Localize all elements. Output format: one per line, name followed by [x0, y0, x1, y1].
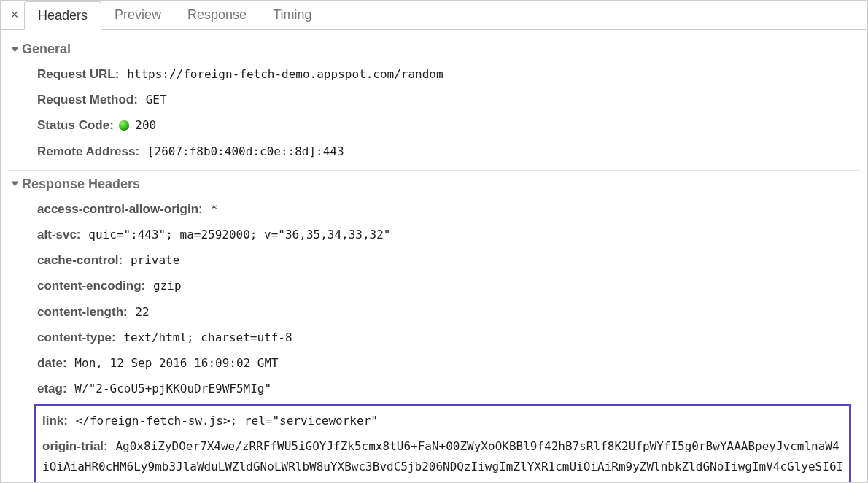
origin-trial-label: origin-trial:: [42, 439, 108, 453]
section-response-headers: Response Headers access-control-allow-or…: [8, 177, 860, 483]
highlighted-headers: link: </foreign-fetch-sw.js>; rel="servi…: [34, 404, 851, 483]
link-value: </foreign-fetch-sw.js>; rel="servicework…: [76, 414, 378, 428]
row-alt-svc: alt-svc: quic=":443"; ma=2592000; v="36,…: [8, 222, 860, 247]
date-value: Mon, 12 Sep 2016 16:09:02 GMT: [74, 356, 278, 370]
row-remote-address: Remote Address: [2607:f8b0:400d:c0e::8d]…: [8, 139, 860, 164]
request-method-value: GET: [146, 93, 167, 107]
tab-headers[interactable]: Headers: [24, 1, 101, 30]
status-code-value: 200: [135, 118, 156, 132]
chevron-down-icon: [12, 47, 19, 52]
row-etag: etag: W/"2-GcoU5+pjKKQuDrE9WF5MIg": [8, 376, 860, 401]
acao-label: access-control-allow-origin:: [37, 202, 203, 216]
tab-timing[interactable]: Timing: [260, 1, 325, 29]
tab-preview[interactable]: Preview: [101, 1, 174, 29]
row-content-type: content-type: text/html; charset=utf-8: [8, 325, 860, 350]
alt-svc-label: alt-svc:: [37, 228, 81, 242]
section-general: General Request URL: https://foreign-fet…: [8, 42, 860, 164]
section-general-title: General: [22, 42, 71, 57]
content-type-value: text/html; charset=utf-8: [123, 331, 292, 344]
content-type-label: content-type:: [37, 331, 116, 344]
content-encoding-label: content-encoding:: [37, 279, 145, 293]
tab-bar: × Headers Preview Response Timing: [1, 1, 867, 30]
remote-address-value: [2607:f8b0:400d:c0e::8d]:443: [147, 144, 344, 158]
content-length-label: content-length:: [37, 305, 128, 319]
row-origin-trial: origin-trial: Ag0x8iZyDOer7X4we/zRRFfWU5…: [39, 433, 846, 483]
date-label: date:: [37, 356, 67, 370]
content-encoding-value: gzip: [153, 279, 182, 293]
status-code-label: Status Code:: [37, 118, 114, 132]
row-request-method: Request Method: GET: [8, 87, 860, 112]
row-link: link: </foreign-fetch-sw.js>; rel="servi…: [39, 408, 846, 433]
row-status-code: Status Code: 200: [8, 112, 860, 138]
close-icon[interactable]: ×: [5, 7, 24, 23]
etag-label: etag:: [37, 382, 67, 395]
section-response-title: Response Headers: [22, 177, 140, 192]
section-response-header[interactable]: Response Headers: [12, 177, 860, 192]
acao-value: *: [210, 202, 217, 216]
cache-control-label: cache-control:: [37, 253, 123, 267]
origin-trial-value: Ag0x8iZyDOer7X4we/zRRFfWU5iGOYJfZk5cmx8t…: [42, 439, 843, 483]
request-url-label: Request URL:: [37, 67, 119, 81]
section-divider: [8, 170, 860, 171]
tab-response[interactable]: Response: [174, 1, 260, 29]
row-content-length: content-length: 22: [8, 299, 860, 325]
section-general-header[interactable]: General: [12, 42, 860, 57]
request-method-label: Request Method:: [37, 93, 138, 107]
etag-value: W/"2-GcoU5+pjKKQuDrE9WF5MIg": [74, 382, 271, 395]
row-date: date: Mon, 12 Sep 2016 16:09:02 GMT: [8, 350, 860, 376]
chevron-down-icon: [12, 182, 19, 187]
row-acao: access-control-allow-origin: *: [8, 196, 860, 222]
row-request-url: Request URL: https://foreign-fetch-demo.…: [8, 61, 860, 87]
remote-address-label: Remote Address:: [37, 144, 139, 158]
content-length-value: 22: [135, 305, 149, 319]
cache-control-value: private: [131, 253, 179, 267]
row-cache-control: cache-control: private: [8, 247, 860, 273]
status-dot-icon: [119, 120, 129, 131]
link-label: link:: [42, 414, 68, 428]
headers-panel: General Request URL: https://foreign-fet…: [1, 30, 867, 483]
alt-svc-value: quic=":443"; ma=2592000; v="36,35,34,33,…: [88, 228, 390, 242]
row-content-encoding: content-encoding: gzip: [8, 273, 860, 298]
request-url-value: https://foreign-fetch-demo.appspot.com/r…: [127, 67, 443, 81]
